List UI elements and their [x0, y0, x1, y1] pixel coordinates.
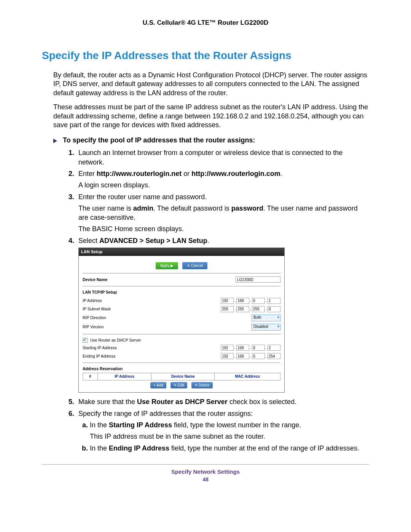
procedure-heading: To specify the pool of IP addresses that… [53, 136, 369, 144]
dhcp-checkbox-label: Use Router as DHCP Server [90, 338, 141, 342]
delete-button[interactable]: ✕ Delete [191, 382, 213, 389]
footer-page-number: 48 [42, 476, 369, 482]
rip-version-label: RIP Version [83, 324, 252, 329]
subnet-mask-label: IP Subnet Mask [83, 306, 221, 312]
ip-address-label: IP Address [83, 298, 221, 303]
tcpip-section-label: LAN TCP/IP Setup [83, 289, 280, 295]
edit-button[interactable]: ✎ Edit [170, 382, 187, 389]
dhcp-checkbox[interactable] [83, 338, 88, 343]
rip-direction-select[interactable]: Both [252, 315, 280, 321]
address-reservation-label: Address Reservation [83, 366, 280, 371]
chevron-right-icon [53, 139, 57, 143]
rip-version-select[interactable]: Disabled [252, 324, 280, 331]
step-6a-note: This IP address must be in the same subn… [90, 432, 369, 441]
step-6: Specify the range of IP addresses that t… [76, 409, 369, 453]
ar-col-mac: MAC Address [215, 373, 280, 380]
page-header: U.S. Cellular® 4G LTE™ Router LG2200D [42, 19, 369, 27]
procedure-heading-text: To specify the pool of IP addresses that… [63, 136, 255, 144]
lan-setup-panel: LAN Setup Apply ▶ ✕ Cancel Device Name L… [78, 248, 285, 393]
ar-col-device: Device Name [151, 373, 215, 380]
step-6a: In the Starting IP Address field, type t… [90, 420, 369, 441]
footer-section: Specify Network Settings [42, 468, 369, 475]
step-5: Make sure that the Use Router as DHCP Se… [76, 397, 369, 406]
section-title: Specify the IP Addresses that the Router… [42, 50, 369, 62]
device-name-input[interactable] [236, 276, 280, 283]
cancel-button[interactable]: ✕ Cancel [182, 262, 207, 270]
ending-ip-label: Ending IP Address [83, 353, 221, 359]
step-4: Select ADVANCED > Setup > LAN Setup. LAN… [76, 236, 369, 393]
apply-button[interactable]: Apply ▶ [156, 262, 178, 270]
ip-address-field[interactable]: ... [221, 298, 280, 304]
device-name-label: Device Name [83, 277, 236, 282]
step-6b: In the Ending IP Address field, type the… [90, 444, 369, 453]
step-2-note: A login screen displays. [78, 181, 369, 190]
step-3-note-1: The user name is admin. The default pass… [78, 204, 369, 222]
rip-direction-label: RIP Direction [83, 315, 252, 320]
intro-paragraph-2: These addresses must be part of the same… [53, 103, 369, 129]
add-button[interactable]: + Add [150, 382, 166, 389]
starting-ip-label: Starting IP Address [83, 345, 221, 350]
step-3: Enter the router user name and password.… [76, 192, 369, 234]
step-2: Enter http://www.routerlogin.net or http… [76, 169, 369, 190]
subnet-mask-field[interactable]: ... [221, 306, 280, 312]
intro-paragraph-1: By default, the router acts as a Dynamic… [53, 71, 369, 97]
ar-col-ip: IP Address [98, 373, 151, 380]
starting-ip-field[interactable]: ... [221, 345, 280, 351]
step-3-note-2: The BASIC Home screen displays. [78, 224, 369, 233]
ar-col-num: # [83, 373, 98, 380]
step-1: Launch an Internet browser from a comput… [76, 148, 369, 167]
ending-ip-field[interactable]: ... [221, 353, 280, 359]
address-reservation-table: # IP Address Device Name MAC Address [83, 373, 280, 380]
lan-panel-title: LAN Setup [79, 248, 284, 256]
